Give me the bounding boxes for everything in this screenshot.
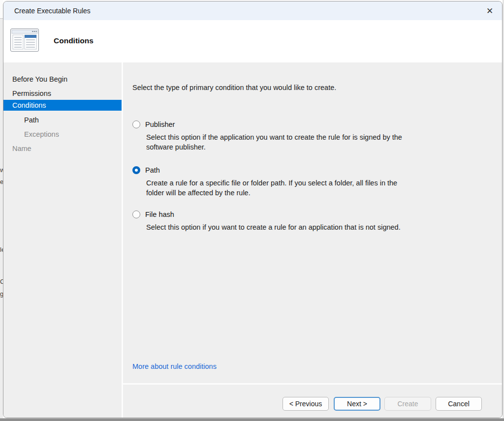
sidebar-item-name: Name bbox=[3, 143, 122, 154]
create-button[interactable]: Create bbox=[384, 397, 431, 411]
instruction-text: Select the type of primary condition tha… bbox=[132, 84, 336, 91]
option-path: Path Create a rule for a specific file o… bbox=[132, 166, 447, 198]
wizard-body: Before You Begin Permissions Conditions … bbox=[3, 62, 502, 418]
close-icon[interactable]: ✕ bbox=[483, 5, 496, 17]
create-executable-rules-dialog: Create Executable Rules ✕ bbox=[3, 1, 503, 418]
publisher-description: Select this option if the application yo… bbox=[146, 132, 441, 152]
dialog-title: Create Executable Rules bbox=[3, 7, 91, 15]
cancel-button[interactable]: Cancel bbox=[436, 397, 482, 411]
sidebar-item-conditions: Conditions bbox=[3, 100, 122, 111]
dialog-titlebar: Create Executable Rules ✕ bbox=[3, 1, 502, 20]
background-bottom-edge bbox=[0, 418, 504, 421]
footer-separator bbox=[123, 383, 503, 385]
path-description: Create a rule for a specific file or fol… bbox=[146, 178, 441, 198]
option-publisher: Publisher Select this option if the appl… bbox=[132, 120, 447, 152]
next-button[interactable]: Next > bbox=[334, 397, 380, 411]
wizard-page-icon bbox=[10, 29, 39, 52]
path-radio-row[interactable]: Path bbox=[132, 166, 447, 174]
file-hash-radio-button[interactable] bbox=[132, 210, 140, 218]
wizard-main-content: Select the type of primary condition tha… bbox=[123, 62, 503, 418]
publisher-radio-label[interactable]: Publisher bbox=[145, 120, 175, 128]
wizard-steps-sidebar: Before You Begin Permissions Conditions … bbox=[3, 62, 122, 418]
publisher-radio-row[interactable]: Publisher bbox=[132, 120, 447, 128]
sidebar-item-permissions: Permissions bbox=[3, 88, 122, 99]
wizard-header: Conditions bbox=[3, 20, 502, 62]
sidebar-item-before-you-begin: Before You Begin bbox=[3, 74, 122, 85]
path-radio-label[interactable]: Path bbox=[145, 166, 160, 174]
page-title: Conditions bbox=[54, 36, 94, 45]
option-file-hash: File hash Select this option if you want… bbox=[132, 210, 447, 232]
file-hash-radio-label[interactable]: File hash bbox=[145, 210, 174, 218]
sidebar-item-path: Path bbox=[3, 115, 122, 125]
sidebar-item-exceptions: Exceptions bbox=[3, 129, 122, 140]
more-about-rule-conditions-link[interactable]: More about rule conditions bbox=[132, 362, 217, 370]
previous-button[interactable]: < Previous bbox=[283, 397, 329, 411]
file-hash-radio-row[interactable]: File hash bbox=[132, 210, 447, 218]
file-hash-description: Select this option if you want to create… bbox=[146, 222, 441, 232]
publisher-radio-button[interactable] bbox=[132, 120, 140, 128]
path-radio-button[interactable] bbox=[132, 166, 140, 174]
